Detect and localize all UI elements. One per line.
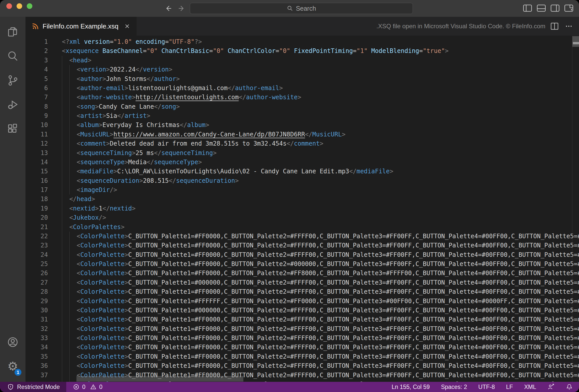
close-icon xyxy=(124,23,130,30)
sidebar-item-search[interactable] xyxy=(0,44,25,68)
tab-fileinfo-example[interactable]: FileInfo.com Example.xsq xyxy=(25,17,137,36)
indent-guide xyxy=(69,333,70,343)
horizontal-scrollbar[interactable] xyxy=(76,376,243,382)
language-mode-item[interactable]: XML xyxy=(524,384,536,390)
toggle-secondary-sidebar-button[interactable] xyxy=(550,4,560,12)
sidebar-item-explorer[interactable] xyxy=(0,20,25,44)
feedback-button[interactable] xyxy=(547,383,555,390)
indent-guide xyxy=(62,139,62,148)
code-line[interactable]: 11<MusicURL>https://www.amazon.com/Candy… xyxy=(25,130,579,139)
indent-guide xyxy=(69,74,70,83)
close-window-button[interactable] xyxy=(6,3,12,9)
code-text: <MusicURL>https://www.amazon.com/Candy-C… xyxy=(62,130,346,139)
toggle-primary-sidebar-button[interactable] xyxy=(523,4,532,12)
command-center-search[interactable]: Search xyxy=(190,3,413,14)
code-line[interactable]: 17<imageDir/> xyxy=(25,185,579,194)
line-number: 28 xyxy=(25,287,48,296)
indent-guide xyxy=(62,83,62,93)
code-line[interactable]: 24<ColorPalette>C_BUTTON_Palette1=#FF000… xyxy=(25,250,579,259)
editor[interactable]: 1<?xml version="1.0" encoding="UTF-8"?>2… xyxy=(25,36,579,382)
minimize-window-button[interactable] xyxy=(17,3,22,9)
activity-bar-bottom: ⚙ 1 xyxy=(0,330,25,378)
code-line[interactable]: 29<ColorPalette>C_BUTTON_Palette1=#FFFFF… xyxy=(25,297,579,306)
indent-guide xyxy=(69,297,70,306)
back-button[interactable] xyxy=(164,4,173,12)
code-line[interactable]: 12<comment>Deleted dead air from end 3m2… xyxy=(25,139,579,148)
code-text: <ColorPalette>C_BUTTON_Palette1=#FF0000,… xyxy=(62,241,579,250)
notifications-button[interactable] xyxy=(566,383,573,390)
code-line[interactable]: 13<sequenceTiming>25 ms</sequenceTiming> xyxy=(25,148,579,158)
code-line[interactable]: 36<ColorPalette>C_BUTTON_Palette1=#FF000… xyxy=(25,361,579,370)
code-line[interactable]: 27<ColorPalette>C_BUTTON_Palette1=#00000… xyxy=(25,278,579,287)
code-line[interactable]: 15<mediaFile>C:\LOR_AW\ListenToOurLights… xyxy=(25,167,579,176)
code-line[interactable]: 25<ColorPalette>C_BUTTON_Palette1=#FF000… xyxy=(25,259,579,269)
cursor-position-item[interactable]: Ln 155, Col 59 xyxy=(392,384,430,390)
status-bar: Restricted Mode 0 0 Ln 155, Col 59 Space… xyxy=(0,382,579,392)
line-number: 15 xyxy=(25,167,48,176)
code-line[interactable]: 22<ColorPalette>C_BUTTON_Palette1=#FF000… xyxy=(25,232,579,241)
line-number: 4 xyxy=(25,65,48,74)
indent-guide xyxy=(62,167,62,176)
code-line[interactable]: 7<author-website>http://listentoourlight… xyxy=(25,93,579,102)
code-line[interactable]: 18</head> xyxy=(25,194,579,204)
code-line[interactable]: 20<Jukebox/> xyxy=(25,213,579,222)
vertical-scrollbar[interactable] xyxy=(572,36,579,47)
panel-right-icon xyxy=(550,4,560,12)
code-line[interactable]: 10<album>Everyday Is Christmas</album> xyxy=(25,120,579,130)
code-line[interactable]: 30<ColorPalette>C_BUTTON_Palette1=#00000… xyxy=(25,306,579,315)
customize-layout-button[interactable] xyxy=(564,4,573,12)
line-number: 26 xyxy=(25,269,48,278)
code-line[interactable]: 33<ColorPalette>C_BUTTON_Palette1=#FF000… xyxy=(25,333,579,343)
settings-badge: 1 xyxy=(14,368,22,376)
code-line[interactable]: 6<author-email>listentoourlights@gmail.c… xyxy=(25,83,579,93)
sidebar-item-extensions[interactable] xyxy=(0,117,25,141)
split-editor-icon xyxy=(550,22,559,31)
indent-guide xyxy=(62,306,62,315)
source-control-icon xyxy=(7,74,19,87)
overview-ruler-border xyxy=(572,36,572,382)
code-line[interactable]: 28<ColorPalette>C_BUTTON_Palette1=#FF000… xyxy=(25,287,579,296)
code-text: <artist>Sia</artist> xyxy=(62,111,150,120)
code-line[interactable]: 9<artist>Sia</artist> xyxy=(25,111,579,120)
code-line[interactable]: 5<author>John Storms</author> xyxy=(25,74,579,83)
accounts-button[interactable] xyxy=(0,330,25,354)
indentation-item[interactable]: Spaces: 2 xyxy=(441,384,467,390)
zoom-window-button[interactable] xyxy=(27,3,32,9)
code-line[interactable]: 34<ColorPalette>C_BUTTON_Palette1=#FF000… xyxy=(25,343,579,352)
code-line[interactable]: 1<?xml version="1.0" encoding="UTF-8"?> xyxy=(25,37,579,46)
indent-guide xyxy=(69,250,70,259)
code-line[interactable]: 21<ColorPalettes> xyxy=(25,222,579,232)
more-actions-button[interactable] xyxy=(564,21,574,31)
code-line[interactable]: 2<xsequence BaseChannel="0" ChanCtrlBasi… xyxy=(25,46,579,55)
restricted-mode-item[interactable]: Restricted Mode xyxy=(0,382,66,392)
code-line[interactable]: 19<nextid>1</nextid> xyxy=(25,204,579,213)
code-line[interactable]: 3<head> xyxy=(25,56,579,65)
code-text: <ColorPalette>C_BUTTON_Palette1=#000000,… xyxy=(62,306,579,315)
code-line[interactable]: 35<ColorPalette>C_BUTTON_Palette1=#FF000… xyxy=(25,352,579,361)
code-line[interactable]: 32<ColorPalette>C_BUTTON_Palette1=#FF000… xyxy=(25,324,579,333)
code-line[interactable]: 31<ColorPalette>C_BUTTON_Palette1=#FF000… xyxy=(25,315,579,324)
settings-button[interactable]: ⚙ 1 xyxy=(0,354,25,378)
panel-bottom-icon xyxy=(537,4,546,12)
sidebar-item-source-control[interactable] xyxy=(0,68,25,92)
split-editor-button[interactable] xyxy=(549,21,560,31)
eol-item[interactable]: LF xyxy=(506,384,513,390)
toggle-panel-button[interactable] xyxy=(536,4,546,12)
encoding-item[interactable]: UTF-8 xyxy=(478,384,495,390)
sidebar-item-run-debug[interactable] xyxy=(0,92,25,117)
panel-left-icon xyxy=(523,4,532,12)
code-line[interactable]: 23<ColorPalette>C_BUTTON_Palette1=#FF000… xyxy=(25,241,579,250)
code-text: <imageDir/> xyxy=(62,185,117,194)
code-text: <ColorPalettes> xyxy=(62,222,125,232)
code-line[interactable]: 4<version>2022.24</version> xyxy=(25,65,579,74)
indent-guide xyxy=(62,333,62,343)
code-line[interactable]: 8<song>Candy Cane Lane</song> xyxy=(25,102,579,111)
code-line[interactable]: 26<ColorPalette>C_BUTTON_Palette1=#FF000… xyxy=(25,269,579,278)
problems-item[interactable]: 0 0 xyxy=(73,384,104,390)
code-line[interactable]: 14<sequenceType>Media</sequenceType> xyxy=(25,158,579,167)
code-line[interactable]: 16<sequenceDuration>208.515</sequenceDur… xyxy=(25,176,579,185)
forward-button[interactable] xyxy=(177,4,186,12)
indent-guide xyxy=(62,111,62,120)
close-tab-button[interactable] xyxy=(123,22,131,30)
code-area[interactable]: 1<?xml version="1.0" encoding="UTF-8"?>2… xyxy=(25,37,579,382)
